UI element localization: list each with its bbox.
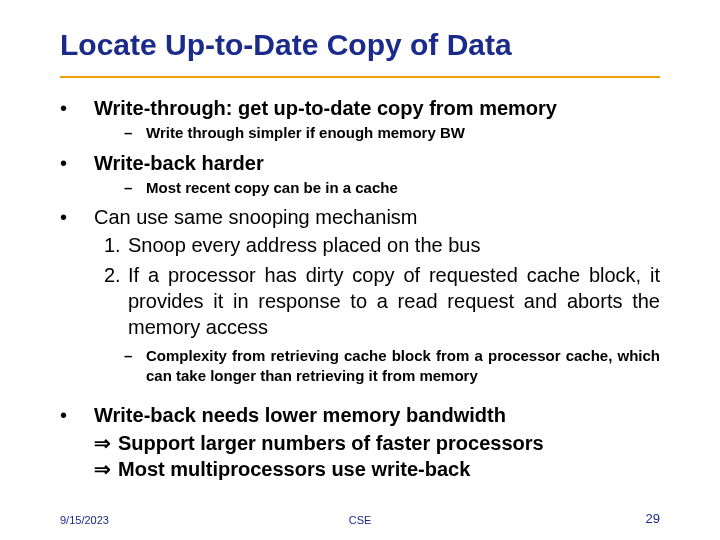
arrow-line-2: ⇒Most multiprocessors use write-back — [60, 456, 660, 482]
bullet-mark: • — [60, 205, 94, 229]
spacer — [60, 393, 660, 403]
bullet-text: Can use same snooping mechanism — [94, 205, 660, 230]
sub-text: Complexity from retrieving cache block f… — [146, 346, 660, 385]
bullet-text: Write-back harder — [94, 151, 660, 176]
dash-mark: – — [124, 123, 146, 143]
bullet-3-sub: – Complexity from retrieving cache block… — [60, 346, 660, 385]
item-number: 1. — [104, 232, 128, 258]
sub-text: Write through simpler if enough memory B… — [146, 123, 660, 143]
dash-mark: – — [124, 178, 146, 198]
item-number: 2. — [104, 262, 128, 288]
bullet-3: • Can use same snooping mechanism — [60, 205, 660, 230]
item-text: Snoop every address placed on the bus — [128, 232, 660, 258]
bullet-mark: • — [60, 151, 94, 175]
item-text: If a processor has dirty copy of request… — [128, 262, 660, 340]
arrow-text: Support larger numbers of faster process… — [118, 432, 544, 454]
arrow-icon: ⇒ — [94, 430, 118, 456]
bullet-1: • Write-through: get up-to-date copy fro… — [60, 96, 660, 121]
bullet-mark: • — [60, 96, 94, 120]
list-item: 2. If a processor has dirty copy of requ… — [104, 262, 660, 340]
bullet-1-sub: – Write through simpler if enough memory… — [60, 123, 660, 143]
slide: Locate Up-to-Date Copy of Data • Write-t… — [0, 0, 720, 540]
list-item: 1. Snoop every address placed on the bus — [104, 232, 660, 258]
arrow-icon: ⇒ — [94, 456, 118, 482]
footer-center: CSE — [0, 514, 720, 526]
arrow-line-1: ⇒Support larger numbers of faster proces… — [60, 430, 660, 456]
arrow-text: Most multiprocessors use write-back — [118, 458, 470, 480]
numbered-list: 1. Snoop every address placed on the bus… — [60, 232, 660, 340]
content-area: • Write-through: get up-to-date copy fro… — [60, 96, 660, 482]
title-rule — [60, 76, 660, 78]
bullet-text: Write-back needs lower memory bandwidth — [94, 403, 660, 428]
bullet-2-sub: – Most recent copy can be in a cache — [60, 178, 660, 198]
dash-mark: – — [124, 346, 146, 366]
bullet-text: Write-through: get up-to-date copy from … — [94, 96, 660, 121]
bullet-4: • Write-back needs lower memory bandwidt… — [60, 403, 660, 428]
slide-title: Locate Up-to-Date Copy of Data — [60, 28, 512, 62]
bullet-mark: • — [60, 403, 94, 427]
bullet-2: • Write-back harder — [60, 151, 660, 176]
sub-text: Most recent copy can be in a cache — [146, 178, 660, 198]
footer-page-number: 29 — [646, 511, 660, 526]
